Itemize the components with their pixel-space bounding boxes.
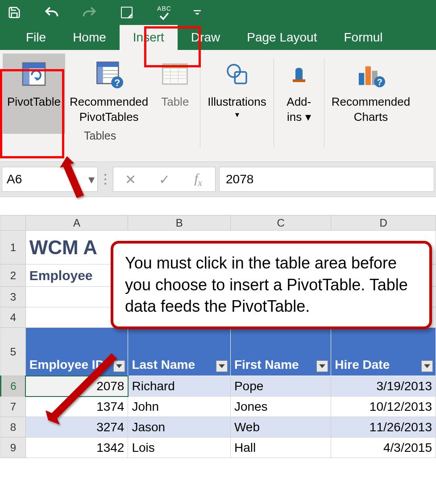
pivottable-icon (16, 56, 52, 92)
name-box-dropdown-icon[interactable]: ▾ (88, 172, 95, 187)
formula-value: 2078 (226, 172, 253, 186)
svg-marker-29 (219, 364, 225, 368)
row-header-5[interactable]: 5 (1, 328, 26, 376)
row-header-1[interactable]: 1 (1, 231, 26, 264)
svg-point-20 (228, 65, 240, 77)
name-box[interactable]: A6 ▾ (2, 167, 98, 192)
addins-label1: Add- (287, 95, 311, 110)
illustrations-button[interactable]: Illustrations ▾ (203, 54, 271, 134)
svg-rect-23 (359, 73, 364, 85)
title-text: WCM A (29, 236, 97, 258)
row-header-2[interactable]: 2 (1, 264, 26, 287)
undo-icon[interactable] (42, 3, 62, 22)
name-box-value: A6 (7, 172, 22, 186)
svg-marker-28 (116, 364, 122, 368)
col-header-c[interactable]: C (230, 215, 331, 231)
row-header-7[interactable]: 7 (1, 397, 26, 417)
cell-a9[interactable]: 1342 (25, 438, 128, 458)
th-hire-date[interactable]: Hire Date (331, 328, 436, 376)
svg-rect-14 (163, 64, 187, 69)
customize-qat-icon[interactable] (192, 3, 203, 22)
th-first-name[interactable]: First Name (230, 328, 331, 376)
group-label-tables: Tables (84, 129, 116, 142)
fx-icon[interactable]: fx (187, 171, 209, 188)
cell-c6[interactable]: Pope (230, 376, 331, 397)
th-label: Hire Date (335, 358, 390, 372)
cancel-icon[interactable]: ✕ (119, 172, 141, 187)
row-header-4[interactable]: 4 (1, 307, 26, 328)
addins-button[interactable]: Add- ins ▾ (277, 54, 321, 134)
cell-c7[interactable]: Jones (230, 397, 331, 417)
th-label: Employee ID (29, 358, 104, 372)
reccharts-label1: Recommended (332, 95, 410, 110)
callout-text: You must click in the table area before … (125, 254, 408, 315)
col-header-a[interactable]: A (25, 215, 128, 231)
col-header-d[interactable]: D (331, 215, 436, 231)
table-label: Table (161, 95, 189, 110)
cell-b9[interactable]: Lois (128, 438, 230, 458)
th-label: First Name (234, 358, 299, 372)
redo-icon[interactable] (79, 3, 99, 22)
enter-icon[interactable]: ✓ (153, 172, 175, 187)
filter-icon[interactable] (421, 360, 433, 372)
filter-icon[interactable] (316, 360, 328, 372)
reccharts-label2: Charts (354, 110, 388, 125)
svg-marker-31 (424, 364, 430, 368)
cell-a7[interactable]: 1374 (25, 397, 128, 417)
tab-home[interactable]: Home (59, 25, 120, 50)
svg-marker-30 (319, 364, 325, 368)
formula-input[interactable]: 2078 (219, 167, 434, 192)
group-tables: PivotTable ? Recommended PivotTables Tab… (0, 54, 200, 161)
row-header-8[interactable]: 8 (1, 417, 26, 438)
tab-page-layout[interactable]: Page Layout (233, 25, 330, 50)
recommended-charts-button[interactable]: ? Recommended Charts (327, 54, 415, 134)
cell-b6[interactable]: Richard (128, 376, 230, 397)
cell-c9[interactable]: Hall (230, 438, 331, 458)
pivottable-label: PivotTable (7, 95, 61, 110)
col-header-b[interactable]: B (128, 215, 230, 231)
quick-access-toolbar: ABC (0, 0, 436, 25)
tab-file[interactable]: File (12, 25, 59, 50)
group-charts: ? Recommended Charts (324, 54, 417, 161)
cell-d8[interactable]: 11/26/2013 (331, 417, 436, 438)
cell-d9[interactable]: 4/3/2015 (331, 438, 436, 458)
save-icon[interactable] (4, 3, 24, 22)
touch-mode-icon[interactable] (117, 3, 137, 22)
row-header-6[interactable]: 6 (1, 376, 26, 397)
filter-icon[interactable] (113, 360, 125, 372)
svg-rect-3 (23, 63, 29, 85)
th-employee-id[interactable]: Employee ID (25, 328, 128, 376)
select-all-cell[interactable] (1, 215, 26, 231)
row-header-3[interactable]: 3 (1, 287, 26, 307)
cell-a8[interactable]: 3274 (25, 417, 128, 438)
formula-bar-buttons: ✕ ✓ fx (113, 167, 216, 192)
cell-c8[interactable]: Web (230, 417, 331, 438)
table-icon (157, 56, 193, 92)
illus-dd: ▾ (235, 110, 239, 120)
table-button[interactable]: Table (153, 54, 197, 134)
cell-d6[interactable]: 3/19/2013 (331, 376, 436, 397)
recommended-pivottables-button[interactable]: ? Recommended PivotTables (65, 54, 153, 134)
row-header-9[interactable]: 9 (1, 438, 26, 458)
svg-rect-22 (293, 79, 305, 82)
spellcheck-icon[interactable]: ABC (154, 3, 174, 22)
cell-a6[interactable]: 2078 (25, 376, 128, 397)
pivottable-button[interactable]: PivotTable (3, 54, 65, 134)
cell-d7[interactable]: 10/12/2013 (331, 397, 436, 417)
cell-b7[interactable]: John (128, 397, 230, 417)
svg-rect-7 (97, 62, 103, 83)
tab-draw[interactable]: Draw (178, 25, 233, 50)
tab-formulas[interactable]: Formul (330, 25, 396, 50)
cell-b8[interactable]: Jason (128, 417, 230, 438)
svg-text:?: ? (114, 78, 120, 88)
svg-text:?: ? (377, 77, 382, 87)
recpivot-label2: PivotTables (79, 110, 139, 125)
th-last-name[interactable]: Last Name (128, 328, 230, 376)
addins-label2: ins ▾ (287, 110, 311, 125)
illustrations-icon (219, 56, 255, 92)
formula-bar-grip[interactable] (101, 174, 109, 185)
tab-insert[interactable]: Insert (120, 25, 178, 50)
filter-icon[interactable] (216, 360, 228, 372)
svg-rect-21 (235, 72, 246, 83)
formula-bar: A6 ▾ ✕ ✓ fx 2078 (0, 161, 436, 197)
